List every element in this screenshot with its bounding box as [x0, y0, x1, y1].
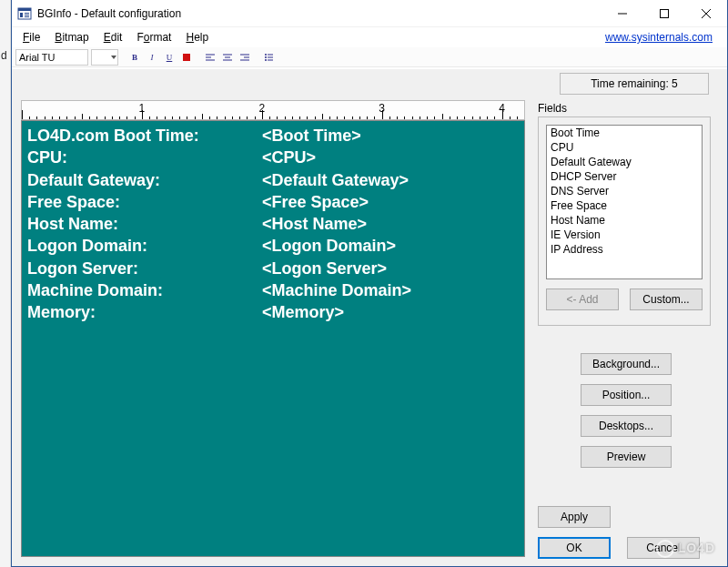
svg-rect-4	[25, 15, 29, 15]
preview-button[interactable]: Preview	[581, 446, 672, 468]
editor-value: <Default Gateway>	[262, 169, 519, 191]
background-button[interactable]: Background...	[581, 353, 672, 375]
editor-label: Machine Domain:	[27, 279, 262, 301]
editor-value: <Host Name>	[262, 213, 519, 235]
menu-edit[interactable]: Edit	[96, 29, 130, 46]
svg-point-22	[265, 56, 267, 58]
editor-row: CPU:<CPU>	[27, 147, 519, 168]
editor-label: Logon Domain:	[27, 235, 262, 257]
field-item[interactable]: IE Version	[547, 228, 702, 242]
position-button[interactable]: Position...	[581, 384, 672, 406]
editor-label: Default Gateway:	[27, 169, 262, 191]
close-button[interactable]	[685, 0, 727, 27]
editor-canvas[interactable]: LO4D.com Boot Time:<Boot Time>CPU:<CPU>D…	[21, 120, 525, 557]
editor-label: Free Space:	[27, 191, 262, 213]
editor-row: Memory:<Memory>	[27, 301, 519, 323]
bottom-button-group: Apply OK Cancel	[538, 497, 720, 559]
background-window-edge: d	[0, 0, 11, 567]
apply-button[interactable]: Apply	[538, 506, 611, 528]
minimize-button[interactable]	[602, 0, 643, 27]
field-item[interactable]: Boot Time	[547, 126, 702, 140]
window-title: BGInfo - Default configuration	[37, 7, 181, 20]
field-item[interactable]: DHCP Server	[547, 169, 702, 184]
app-icon	[17, 6, 32, 21]
menu-help[interactable]: Help	[178, 29, 216, 46]
editor-row: Logon Server:<Logon Server>	[27, 258, 519, 279]
svg-rect-1	[18, 8, 31, 11]
align-right-button[interactable]	[238, 50, 252, 65]
desktops-button[interactable]: Desktops...	[581, 415, 672, 437]
svg-point-24	[265, 59, 267, 61]
editor-value: <Machine Domain>	[262, 279, 519, 301]
field-item[interactable]: Default Gateway	[547, 155, 702, 169]
custom-field-button[interactable]: Custom...	[630, 289, 703, 310]
menu-bitmap[interactable]: Bitmap	[47, 29, 96, 46]
svg-rect-10	[183, 54, 190, 61]
svg-point-20	[265, 54, 267, 56]
time-remaining-box: Time remaining: 5	[560, 73, 709, 95]
editor-value: <Logon Domain>	[262, 235, 519, 257]
editor-value: <Memory>	[262, 301, 519, 323]
editor-label: LO4D.com Boot Time:	[27, 125, 262, 147]
ok-button[interactable]: OK	[538, 537, 611, 559]
app-window: BGInfo - Default configuration File Bitm…	[11, 0, 728, 567]
menubar: File Bitmap Edit Format Help www.sysinte…	[12, 27, 727, 47]
field-item[interactable]: DNS Server	[547, 184, 702, 198]
editor-value: <Logon Server>	[262, 258, 519, 279]
editor-label: Memory:	[27, 301, 262, 323]
font-select[interactable]: Arial TU	[15, 49, 88, 66]
editor-value: <Free Space>	[262, 191, 519, 213]
editor-row: Free Space:<Free Space>	[27, 191, 519, 213]
format-toolbar: Arial TU B I U	[12, 47, 727, 67]
editor-value: <Boot Time>	[262, 125, 519, 147]
fields-listbox[interactable]: Boot TimeCPUDefault GatewayDHCP ServerDN…	[546, 125, 703, 279]
bold-button[interactable]: B	[127, 50, 142, 65]
fields-group: Boot TimeCPUDefault GatewayDHCP ServerDN…	[538, 116, 711, 326]
field-item[interactable]: Host Name	[547, 213, 702, 228]
fields-heading: Fields	[538, 102, 567, 115]
align-left-button[interactable]	[203, 50, 217, 65]
bullets-button[interactable]	[261, 50, 276, 65]
editor-value: <CPU>	[262, 147, 519, 168]
editor-label: Host Name:	[27, 213, 262, 235]
field-item[interactable]: IP Address	[547, 242, 702, 257]
editor-row: LO4D.com Boot Time:<Boot Time>	[27, 125, 519, 147]
editor-row: Default Gateway:<Default Gateway>	[27, 169, 519, 191]
svg-rect-5	[25, 16, 29, 17]
sysinternals-link[interactable]: www.sysinternals.com	[605, 31, 723, 44]
editor-row: Machine Domain:<Machine Domain>	[27, 279, 519, 301]
editor-label: CPU:	[27, 147, 262, 168]
editor-label: Logon Server:	[27, 258, 262, 279]
menu-file[interactable]: File	[15, 29, 47, 46]
underline-button[interactable]: U	[162, 50, 177, 65]
editor-row: Host Name:<Host Name>	[27, 213, 519, 235]
add-field-button[interactable]: <- Add	[546, 289, 619, 310]
field-item[interactable]: CPU	[547, 140, 702, 155]
content-area: Time remaining: 5 1234 LO4D.com Boot Tim…	[12, 69, 727, 566]
svg-rect-2	[20, 13, 23, 17]
right-button-group: Background... Position... Desktops... Pr…	[567, 353, 685, 468]
color-button[interactable]	[179, 50, 194, 65]
field-item[interactable]: Free Space	[547, 198, 702, 213]
editor-row: Logon Domain:<Logon Domain>	[27, 235, 519, 257]
svg-rect-3	[25, 13, 29, 14]
svg-rect-7	[661, 9, 669, 17]
background-char: d	[1, 49, 7, 62]
font-size-select[interactable]	[91, 49, 118, 66]
titlebar: BGInfo - Default configuration	[12, 0, 727, 27]
align-center-button[interactable]	[220, 50, 235, 65]
cancel-button[interactable]: Cancel	[627, 537, 700, 559]
maximize-button[interactable]	[643, 0, 685, 27]
italic-button[interactable]: I	[145, 50, 159, 65]
ruler[interactable]: 1234	[21, 100, 525, 120]
menu-format[interactable]: Format	[129, 29, 178, 46]
